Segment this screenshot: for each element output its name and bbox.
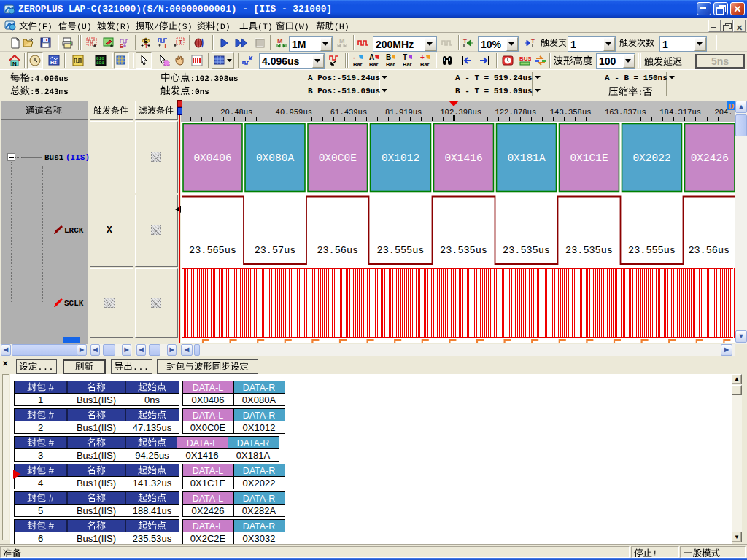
svg-text:DATA-L: DATA-L (187, 438, 218, 448)
svg-text:0X181A: 0X181A (236, 450, 271, 461)
svg-text:0X1416: 0X1416 (186, 450, 219, 461)
svg-text:1: 1 (38, 394, 43, 405)
svg-text:0X2426: 0X2426 (192, 505, 225, 516)
svg-text:Bus1(IIS): Bus1(IIS) (77, 505, 116, 516)
svg-text:47.135us: 47.135us (133, 422, 172, 433)
svg-text:DATA-R: DATA-R (243, 411, 276, 421)
svg-text:0X0406: 0X0406 (192, 394, 225, 405)
svg-text:DATA-R: DATA-R (237, 438, 270, 448)
svg-text:0X0C0E: 0X0C0E (190, 422, 226, 433)
svg-text:DATA-L: DATA-L (193, 383, 224, 393)
svg-text:DATA-L: DATA-L (193, 466, 224, 476)
svg-text:Bus1(IIS): Bus1(IIS) (77, 422, 116, 433)
svg-text:DATA-R: DATA-R (243, 383, 276, 393)
svg-text:0X1C1E: 0X1C1E (190, 478, 226, 489)
svg-text:DATA-R: DATA-R (243, 521, 276, 532)
svg-text:0X1012: 0X1012 (243, 422, 276, 433)
svg-text:0X2C2E: 0X2C2E (190, 533, 226, 544)
svg-text:DATA-L: DATA-L (193, 521, 224, 532)
svg-text:Bus1(IIS): Bus1(IIS) (77, 533, 116, 544)
svg-text:6: 6 (38, 533, 43, 544)
svg-text:188.41us: 188.41us (133, 505, 172, 516)
svg-text:4: 4 (38, 478, 43, 489)
svg-text:0X282A: 0X282A (242, 505, 276, 516)
svg-text:5: 5 (38, 505, 43, 516)
svg-text:Bus1(IIS): Bus1(IIS) (77, 394, 116, 405)
svg-text:0X2022: 0X2022 (243, 478, 276, 489)
svg-text:Bus1(IIS): Bus1(IIS) (77, 478, 116, 489)
svg-text:DATA-L: DATA-L (193, 411, 224, 421)
svg-text:235.53us: 235.53us (133, 533, 172, 544)
svg-text:DATA-R: DATA-R (243, 494, 276, 504)
svg-text:94.25us: 94.25us (135, 450, 169, 461)
svg-text:0X3032: 0X3032 (243, 533, 276, 544)
svg-text:Bus1(IIS): Bus1(IIS) (77, 450, 116, 461)
svg-text:3: 3 (38, 450, 43, 461)
svg-text:2: 2 (38, 422, 43, 433)
svg-text:0ns: 0ns (144, 394, 160, 405)
svg-text:DATA-L: DATA-L (193, 494, 224, 504)
svg-text:0X080A: 0X080A (242, 394, 276, 405)
svg-text:141.32us: 141.32us (133, 478, 172, 489)
svg-text:DATA-R: DATA-R (243, 466, 276, 476)
